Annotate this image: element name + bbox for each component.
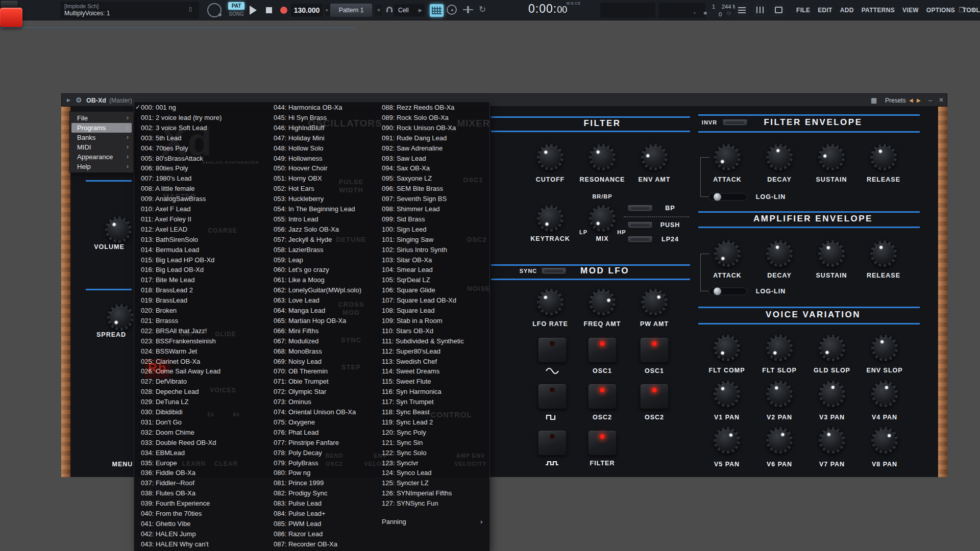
preset-item[interactable]: 074: Oriental Unison OB-Xa xyxy=(274,408,356,416)
pattern-mode-toggle[interactable]: PAT xyxy=(228,2,244,10)
preset-item[interactable]: 057: Jeckyll & Hyde xyxy=(274,236,332,243)
preset-item[interactable]: 022: BRSAll that Jazz! xyxy=(141,327,207,335)
preset-item[interactable]: 089: Rock Solo OB-Xa xyxy=(382,114,449,121)
preset-item[interactable]: 076: Phat Lead xyxy=(274,429,318,436)
preset-item[interactable]: 042: HALEN Jump xyxy=(141,530,196,538)
preset-item[interactable]: 113: Swedish Chef xyxy=(382,358,437,365)
song-mode-toggle[interactable]: SONG xyxy=(228,11,244,17)
preset-item[interactable]: 023: BSSFrankensteinish xyxy=(141,337,216,345)
preset-item[interactable]: 055: Intro Lead xyxy=(274,215,318,223)
preset-item[interactable]: 126: SYNImperial Fifths xyxy=(382,489,452,497)
preset-item[interactable]: 063: Love Lead xyxy=(274,296,320,304)
preset-item[interactable]: 083: Pulse Lead xyxy=(274,499,322,507)
preset-item[interactable]: 071: Obie Trumpet xyxy=(274,378,329,385)
preset-item[interactable]: 079: PolyBrass xyxy=(274,459,318,467)
preset-item[interactable]: 109: Stab in a Room xyxy=(382,317,443,324)
mixer-button[interactable] xyxy=(753,3,767,17)
plugin-close-icon[interactable]: ✕ xyxy=(939,96,944,104)
preset-item[interactable]: 097: Seventh Sign BS xyxy=(382,195,447,203)
preset-item[interactable]: 112: Super80'sLead xyxy=(382,347,440,355)
preset-item[interactable]: 054: In The Beginning Lead xyxy=(274,205,355,213)
preset-item[interactable]: 119: Sync Lead 2 xyxy=(382,418,433,426)
preset-item[interactable]: 116: Syn Harmonica xyxy=(382,388,442,395)
preset-item[interactable]: 104: Smear Lead xyxy=(382,266,433,273)
preset-item[interactable]: 059: Leap xyxy=(274,256,303,264)
preset-item[interactable]: 006: 80ties Poly xyxy=(141,164,188,172)
preset-item[interactable]: 099: Sid Brass xyxy=(382,215,425,223)
preset-item[interactable]: 123: Synclvr xyxy=(382,459,419,467)
preset-item[interactable]: 107: Square Lead OB-Xd xyxy=(382,296,456,304)
time-display[interactable]: 0:00:00 M:S:CS xyxy=(528,2,567,16)
preset-item[interactable]: 001: 2 voice lead (try more) xyxy=(141,114,222,121)
preset-item[interactable]: 047: Holiday Mini xyxy=(274,134,325,142)
preset-item[interactable]: 067: Modulized xyxy=(274,337,318,345)
preset-item[interactable]: 003: 5th Lead xyxy=(141,134,182,142)
detach-arrow-icon[interactable]: ▶ xyxy=(67,97,70,103)
preset-item[interactable]: 051: Horny OBX xyxy=(274,174,322,182)
context-item-help[interactable]: Help› xyxy=(71,162,132,171)
context-item-appearance[interactable]: Appearance› xyxy=(71,152,132,162)
preset-item[interactable]: 044: Harmonica OB-Xa xyxy=(274,104,342,111)
add-pattern-button[interactable]: + xyxy=(375,5,382,16)
preset-item[interactable]: 081: Prince 1999 xyxy=(274,479,324,487)
preset-item[interactable]: 037: Fiddler--Roof xyxy=(141,479,194,487)
crossfade-icon[interactable] xyxy=(463,6,473,13)
preset-item[interactable]: 043: HALEN Why can't xyxy=(141,540,209,548)
close-button[interactable]: ✕ xyxy=(970,6,976,14)
record-button[interactable] xyxy=(280,7,287,14)
preset-item[interactable]: 040: From the 70ties xyxy=(141,510,202,517)
playlist-button[interactable] xyxy=(735,3,749,17)
browser-button[interactable] xyxy=(772,3,786,17)
preset-item[interactable]: 117: Syn Trumpet xyxy=(382,398,434,406)
preset-item[interactable]: 046: HighIndBluff xyxy=(274,124,325,132)
preset-item[interactable]: 100: Sign Leed xyxy=(382,226,426,233)
preset-item[interactable]: 000: 001 ng xyxy=(141,104,176,111)
preset-item[interactable]: 011: Axel Foley II xyxy=(141,215,191,223)
preset-item[interactable]: 033: Double Reed OB-Xd xyxy=(141,439,216,446)
preset-item[interactable]: 110: Stars OB-Xd xyxy=(382,327,433,335)
gear-icon[interactable]: ⚙ xyxy=(76,96,82,104)
channel-rack-icon[interactable]: Ḹ⁝ xyxy=(5,10,11,17)
preset-item[interactable]: 021: Brrasss xyxy=(141,317,178,324)
preset-item[interactable]: 056: Jazz Solo OB-Xa xyxy=(274,226,339,233)
preset-item[interactable]: 078: Poly Decay xyxy=(274,449,322,457)
preset-item[interactable]: 066: Mini Fifths xyxy=(274,327,318,335)
pattern-prev-icon[interactable]: ▸ xyxy=(325,5,330,16)
preset-item[interactable]: 069: Noisy Lead xyxy=(274,358,322,365)
preset-item[interactable]: 024: BSSWarm Jet xyxy=(141,347,197,355)
preset-item[interactable]: 072: Olympic Star xyxy=(274,388,326,395)
context-item-file[interactable]: File› xyxy=(71,113,132,123)
preset-item[interactable]: 045: Hi Syn Brass xyxy=(274,114,327,121)
preset-item[interactable]: 127: SYNSync Fun xyxy=(382,499,438,507)
grid-icon[interactable]: ▦ xyxy=(871,96,877,104)
menu-add[interactable]: ADD xyxy=(840,7,854,14)
preset-item[interactable]: 108: Square Lead xyxy=(382,307,434,314)
menu-view[interactable]: VIEW xyxy=(902,7,919,14)
snap-selector[interactable]: Cell▶ xyxy=(394,4,425,16)
play-button[interactable] xyxy=(250,6,257,15)
preset-prev-icon[interactable]: ◀ xyxy=(909,97,913,103)
preset-item[interactable]: 106: Square Glide xyxy=(382,286,435,294)
preset-item[interactable]: 026: Come Sail Away Lead xyxy=(141,367,220,375)
preset-item[interactable]: 027: DefVibrato xyxy=(141,378,187,385)
preset-item[interactable]: 048: Hollow Solo xyxy=(274,144,324,152)
preset-item[interactable]: 115: Sweet Flute xyxy=(382,378,431,385)
preset-item[interactable]: 122: Sync Solo xyxy=(382,449,426,457)
preset-item[interactable]: 102: Sirius Intro Synth xyxy=(382,246,447,254)
preset-item[interactable]: 096: SEM Bite Brass xyxy=(382,185,443,192)
preset-item[interactable]: 005: 80'sBrassAttack xyxy=(141,155,203,162)
preset-item[interactable]: 061: Like a Moog xyxy=(274,276,325,284)
preset-item[interactable]: 065: Martian Hop OB-Xa xyxy=(274,317,346,324)
preset-item[interactable]: 068: MonoBrass xyxy=(274,347,322,355)
preset-item[interactable]: 101: Singing Saw xyxy=(382,236,433,243)
preset-item[interactable]: 025: Clarinet OB-Xa xyxy=(141,358,200,365)
presets-label[interactable]: Presets xyxy=(885,97,906,104)
preset-item[interactable]: 073: Ominus xyxy=(274,398,311,406)
preset-next-icon[interactable]: ▶ xyxy=(917,97,921,103)
preset-item[interactable]: 013: BathSirenSolo xyxy=(141,236,198,243)
preset-item[interactable]: 050: Hoover Choir xyxy=(274,164,328,172)
preset-item[interactable]: 064: Manga Lead xyxy=(274,307,325,314)
preset-item[interactable]: 103: Sitar OB-Xa xyxy=(382,256,432,264)
preset-item[interactable]: 090: Rock Unison OB-Xa xyxy=(382,124,456,132)
preset-item[interactable]: 004: 70ties Poly xyxy=(141,144,188,152)
